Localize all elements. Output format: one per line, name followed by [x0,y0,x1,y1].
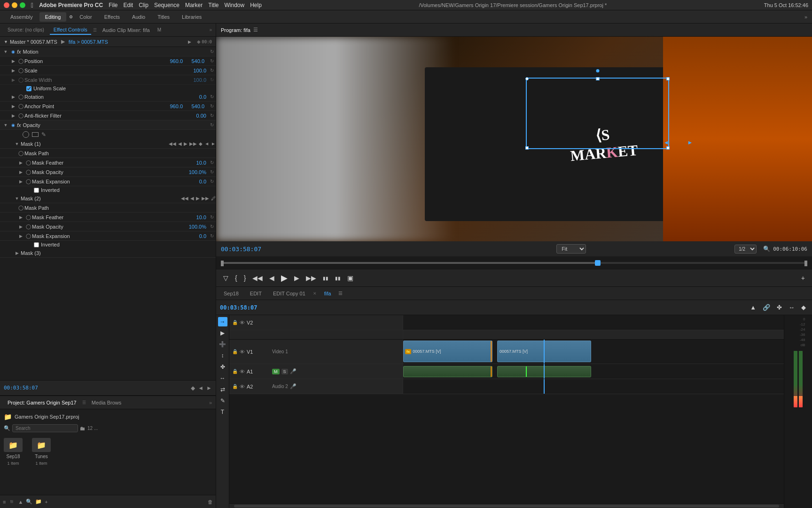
track-a2-lock[interactable]: 🔒 [232,384,238,389]
seq-tab-edit[interactable]: EDIT [246,289,265,298]
mask2-expansion-stopwatch[interactable]: ◯ [24,233,32,238]
opacity-reset[interactable]: ↻ [208,122,216,127]
find-icon[interactable]: 🔍 [26,499,32,505]
scale-stopwatch[interactable]: ◯ [17,68,24,73]
fullscreen-button[interactable] [20,2,25,8]
mask2-expansion-reset[interactable]: ↻ [208,233,216,238]
mask2-feather-stopwatch[interactable]: ◯ [24,214,32,220]
quality-select[interactable]: 1/2 Full 1/4 [734,245,757,254]
add-marker-btn[interactable]: + [799,273,807,283]
slide-btn[interactable]: ⇄ [218,385,227,394]
menu-edit[interactable]: Edit [124,2,133,8]
kf-add[interactable]: ◆ [197,39,201,44]
track-select-tool[interactable]: ▶ [218,328,227,338]
rolling-tool[interactable]: ↕ [218,351,227,360]
mask2-opacity-reset[interactable]: ↻ [208,224,216,229]
add-in-btn[interactable]: { [233,273,240,283]
mask1-prev-frame[interactable]: ◀◀ [169,141,176,146]
motion-expand[interactable]: ▼ [2,49,9,54]
mask1-play[interactable]: ▶ [184,141,187,146]
seq-close-icon[interactable]: ✕ [313,291,317,296]
mask1-path-stopwatch[interactable]: ◯ [17,151,24,156]
track-v1-eye[interactable]: 👁 [240,349,245,355]
mask1-feather-stopwatch[interactable]: ◯ [24,160,32,165]
menu-window[interactable]: Window [225,2,245,8]
effect-controls-tab[interactable]: Effect Controls [50,25,91,35]
scroll-thumb[interactable] [234,505,779,508]
slip-btn[interactable]: ↔ [218,373,227,383]
mask1-opacity-reset[interactable]: ↻ [208,169,216,175]
add-remove-kf[interactable]: ◆ [191,385,195,391]
clip-a1-1[interactable] [403,366,492,377]
pen-mask-tool[interactable]: ✎ [41,131,46,138]
anchor-y[interactable]: 540.0 [185,103,208,109]
ws-more-button[interactable]: » [804,14,807,20]
ws-tab-color[interactable]: Color [74,12,97,22]
apple-menu[interactable]:  [31,1,33,9]
rotation-value[interactable]: 0.0 [185,94,208,100]
rect-mask-tool[interactable] [32,132,39,137]
program-menu-icon[interactable]: ☰ [253,27,258,33]
goto-prev-kf[interactable]: ◄ [198,385,203,391]
antiflicker-value[interactable]: 0.00 [185,113,208,119]
mask1-next[interactable]: ▶▶ [189,141,197,146]
ripple-icon[interactable]: ◆ [799,303,808,312]
minimize-button[interactable] [12,2,17,8]
play-stop-btn[interactable]: ▶ [279,272,290,284]
anchor-x[interactable]: 960.0 [161,103,185,109]
insert-btn[interactable]: ▮▮ [320,275,331,282]
track-a1-clips[interactable] [403,364,784,379]
selection-tool[interactable]: → [218,317,227,326]
scrubber-area[interactable] [216,256,812,270]
razor-btn[interactable]: ✤ [218,362,227,372]
menu-help[interactable]: Help [250,2,262,8]
in-point[interactable] [221,261,224,266]
mask2-next[interactable]: ▶▶ [202,196,209,201]
export-frame-btn[interactable]: ▣ [345,273,356,283]
ws-tab-assembly[interactable]: Assembly [5,12,39,22]
track-a1-mic[interactable]: 🎤 [290,368,297,374]
media-browser-tab[interactable]: Media Brows [88,398,125,407]
uniform-scale-checkbox[interactable] [26,86,31,91]
mask2-opacity-stopwatch[interactable]: ◯ [24,224,32,229]
scrubber-head[interactable] [595,260,601,266]
mask1-opacity-expand[interactable]: ▶ [17,170,24,175]
rotation-stopwatch[interactable]: ◯ [17,94,24,99]
goto-in-btn[interactable]: ◀◀ [250,273,265,283]
mask2-expand[interactable]: ▼ [13,196,21,201]
mask1-expansion-expand[interactable]: ▶ [17,179,24,184]
motion-reset[interactable]: ↻ [208,49,216,54]
position-stopwatch[interactable]: ◯ [17,58,24,64]
mask1-kf-next[interactable]: ► [211,141,216,146]
rotation-expand[interactable]: ▶ [9,95,17,99]
antiflicker-reset[interactable]: ↻ [208,113,216,118]
menu-title[interactable]: Title [208,2,219,8]
overwrite-btn[interactable]: ▮▮ [333,275,343,282]
track-a1-s-btn[interactable]: S [281,369,288,374]
seq-tab-fifa[interactable]: fifa [320,289,335,298]
snap-icon[interactable]: ▲ [748,303,758,312]
timeline-timecode[interactable]: 00:03:58:07 [220,304,257,311]
goto-out-btn[interactable]: ▶▶ [304,273,319,283]
audio-mixer-tab[interactable]: Audio Clip Mixer: fifa [99,26,154,34]
marker-btn[interactable]: ▽ [221,273,231,283]
ripple-tool[interactable]: ➕ [218,340,227,349]
track-a1-lock[interactable]: 🔒 [232,369,238,374]
mask2-opacity-value[interactable]: 100.0% [185,224,208,230]
ws-tab-editing[interactable]: Editing [39,12,67,22]
position-y[interactable]: 540.0 [185,58,208,64]
ws-tab-audio[interactable]: Audio [126,12,151,22]
track-a2-eye[interactable]: 👁 [240,384,245,389]
close-button[interactable] [4,2,9,8]
link-icon[interactable]: 🔗 [760,303,773,312]
step-back-btn[interactable]: ◀ [267,273,277,283]
mask2-opacity-expand[interactable]: ▶ [17,224,24,229]
project-item-tunes[interactable]: 📁 Tunes 1 Item [32,438,51,466]
mask1-inverted-checkbox[interactable] [34,188,39,193]
scale-reset[interactable]: ↻ [208,68,216,73]
app-name[interactable]: Adobe Premiere Pro CC [39,2,103,8]
track-a1-eye[interactable]: 👁 [240,369,245,374]
track-a1-m-btn[interactable]: M [272,369,280,374]
seq-menu-icon[interactable]: ☰ [338,291,343,296]
seq-tab-edit-copy[interactable]: EDIT Copy 01 [269,289,309,298]
